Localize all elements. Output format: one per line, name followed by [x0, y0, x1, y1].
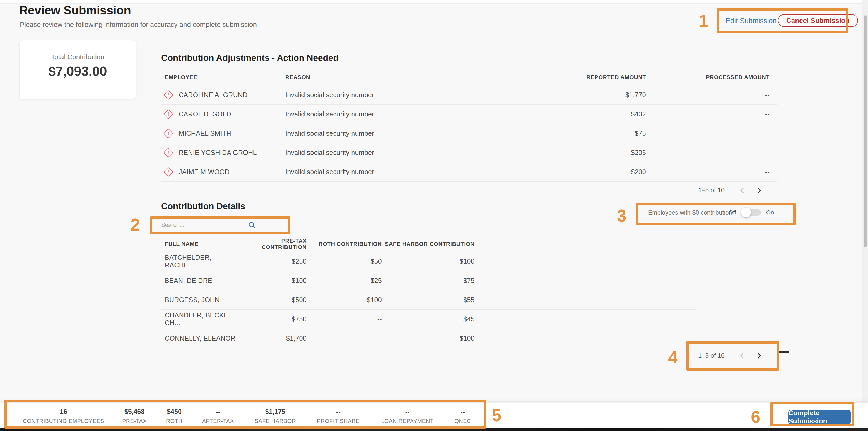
pretax-cell: $750 — [239, 316, 307, 323]
reason-cell: Invalid social security number — [285, 149, 554, 157]
annotation-box-2 — [150, 216, 290, 234]
details-section-title: Contribution Details — [161, 201, 245, 211]
safe-harbor-cell: $100 — [382, 335, 475, 342]
warning-icon: ! — [163, 90, 173, 100]
adjustments-pagination: 1–5 of 10 — [698, 184, 761, 196]
reported-amount-cell: $205 — [554, 149, 646, 157]
processed-amount-cell: -- — [646, 130, 776, 137]
pretax-cell: $500 — [239, 296, 307, 304]
details-table: FULL NAME PRE-TAX CONTRIBUTION ROTH CONT… — [161, 236, 696, 348]
employee-name: RENIE YOSHIDA GROHL — [179, 149, 257, 157]
table-row: !MICHAEL SMITH Invalid social security n… — [161, 124, 776, 143]
annotation-box-6 — [770, 402, 854, 426]
annotation-box-3 — [636, 203, 796, 225]
page-subtitle: Please review the following information … — [20, 21, 257, 29]
reason-cell: Invalid social security number — [285, 130, 554, 137]
roth-cell: -- — [307, 335, 382, 342]
total-contribution-value: $7,093.00 — [48, 64, 107, 79]
annotation-number-5: 5 — [492, 406, 501, 425]
reported-amount-cell: $1,770 — [554, 91, 646, 99]
reported-amount-cell: $402 — [554, 110, 646, 118]
employee-name: JAIME M WOOD — [179, 168, 229, 176]
annotation-number-6: 6 — [751, 407, 761, 427]
table-row: !CAROL D. GOLD Invalid social security n… — [161, 105, 776, 124]
total-contribution-card: Total Contribution $7,093.00 — [19, 40, 136, 99]
annotation-number-4: 4 — [668, 348, 678, 367]
details-table-header: FULL NAME PRE-TAX CONTRIBUTION ROTH CONT… — [161, 236, 696, 252]
column-header-reason: REASON — [285, 74, 554, 80]
scrollbar-thumb[interactable] — [864, 15, 867, 247]
roth-cell: $50 — [307, 258, 382, 265]
pretax-cell: $1,700 — [239, 335, 307, 342]
reason-cell: Invalid social security number — [285, 168, 554, 176]
full-name-cell: BATCHELDER, RACHE... — [161, 254, 239, 269]
warning-icon: ! — [163, 147, 173, 158]
full-name-cell: CHANDLER, BECKI CH... — [161, 311, 239, 327]
roth-cell: $100 — [307, 296, 382, 304]
table-row: BEAN, DEIDRE $100 $25 $75 — [161, 271, 696, 290]
pagination-range-label: 1–5 of 10 — [698, 187, 724, 194]
table-row: CHANDLER, BECKI CH... $750 -- $45 — [161, 309, 696, 329]
processed-amount-cell: -- — [646, 110, 776, 118]
processed-amount-cell: -- — [646, 91, 776, 99]
column-header-employee: EMPLOYEE — [161, 74, 285, 80]
adjustments-table-header: EMPLOYEE REASON REPORTED AMOUNT PROCESSE… — [161, 69, 776, 85]
reason-cell: Invalid social security number — [285, 110, 554, 118]
full-name-cell: CONNELLY, ELEANOR — [161, 335, 239, 342]
column-header-pretax: PRE-TAX CONTRIBUTION — [239, 238, 307, 250]
annotation-number-3: 3 — [617, 206, 626, 226]
pretax-cell: $250 — [239, 258, 307, 265]
roth-cell: $25 — [307, 277, 382, 285]
processed-amount-cell: -- — [646, 149, 776, 157]
safe-harbor-cell: $45 — [382, 316, 475, 323]
column-header-safe-harbor: SAFE HARBOR CONTRIBUTION — [382, 241, 475, 247]
employee-name: CAROL D. GOLD — [179, 110, 231, 118]
adjustments-table: EMPLOYEE REASON REPORTED AMOUNT PROCESSE… — [161, 69, 776, 181]
total-contribution-label: Total Contribution — [51, 53, 104, 61]
warning-icon: ! — [163, 109, 173, 119]
annotation-box-4 — [686, 341, 779, 371]
reported-amount-cell: $200 — [554, 168, 646, 176]
pretax-cell: $100 — [239, 277, 307, 285]
warning-icon: ! — [163, 128, 173, 138]
dash-mark — [779, 352, 789, 353]
column-header-processed-amount: PROCESSED AMOUNT — [646, 74, 776, 80]
employee-name: CAROLINE A. GRUND — [179, 91, 248, 99]
table-row: !CAROLINE A. GRUND Invalid social securi… — [161, 85, 776, 105]
annotation-number-2: 2 — [130, 215, 140, 234]
reported-amount-cell: $75 — [554, 130, 646, 137]
column-header-reported-amount: REPORTED AMOUNT — [554, 74, 646, 80]
column-header-roth: ROTH CONTRIBUTION — [307, 241, 382, 247]
processed-amount-cell: -- — [646, 168, 776, 176]
previous-page-icon[interactable] — [740, 187, 746, 193]
reason-cell: Invalid social security number — [285, 91, 554, 99]
next-page-icon[interactable] — [756, 187, 761, 193]
table-row: CONNELLY, ELEANOR $1,700 -- $100 — [161, 329, 696, 348]
employee-name: MICHAEL SMITH — [179, 130, 231, 137]
table-row: !RENIE YOSHIDA GROHL Invalid social secu… — [161, 143, 776, 162]
annotation-number-1: 1 — [699, 11, 708, 31]
adjustments-section-title: Contribution Adjustments - Action Needed — [161, 53, 339, 63]
column-header-full-name: FULL NAME — [161, 241, 239, 247]
safe-harbor-cell: $55 — [382, 296, 475, 304]
safe-harbor-cell: $75 — [382, 277, 475, 285]
safe-harbor-cell: $100 — [382, 258, 475, 265]
table-row: !JAIME M WOOD Invalid social security nu… — [161, 162, 776, 181]
full-name-cell: BEAN, DEIDRE — [161, 277, 239, 285]
roth-cell: -- — [307, 316, 382, 323]
full-name-cell: BURGESS, JOHN — [161, 296, 239, 304]
warning-icon: ! — [163, 167, 173, 177]
page-title: Review Submission — [19, 3, 131, 18]
table-row: BURGESS, JOHN $500 $100 $55 — [161, 290, 696, 309]
annotation-box-1 — [717, 8, 848, 33]
annotation-box-5 — [4, 400, 486, 429]
table-row: BATCHELDER, RACHE... $250 $50 $100 — [161, 252, 696, 271]
